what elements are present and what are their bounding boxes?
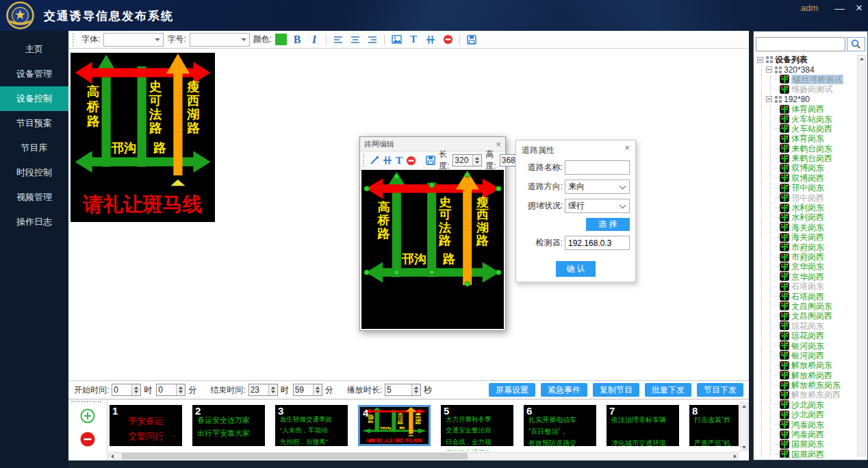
confirm-button[interactable]: 确 认 [556,261,596,277]
tree-root-device-list[interactable]: 设备列表 [756,55,856,64]
sidebar-item-3[interactable]: 节目预案 [0,111,68,136]
tree-device-1-29[interactable]: 解放桥东岗西 [756,390,856,399]
color-swatch[interactable] [275,34,287,45]
action-button-1[interactable]: 紧急事件 [541,383,587,397]
spinner-arrows[interactable] [411,384,420,395]
action-button-2[interactable]: 复制节目 [593,383,639,397]
toolbar-grip-handle[interactable] [73,34,76,46]
length-input[interactable] [453,155,472,166]
tree-device-1-0[interactable]: 体育岗西 [756,104,856,114]
tree-device-0-0[interactable]: 螺丝湾桥测试 [756,75,856,84]
tree-device-1-14[interactable]: 市府岗东 [756,242,856,251]
end-minute-spinner[interactable] [293,384,322,396]
tree-device-1-3[interactable]: 体育岗东 [756,134,856,143]
sidebar-item-1[interactable]: 设备管理 [0,62,68,86]
spinner-arrows[interactable] [268,384,277,395]
program-thumb-4[interactable]: 高桥路史可法路瘦西湖路邗沟路请礼让斑马线4 [358,405,431,446]
end-minute-input[interactable] [294,384,313,395]
detector-input[interactable] [565,236,630,250]
tree-device-1-19[interactable]: 石塔岗西 [756,291,856,301]
tree-device-1-26[interactable]: 解放桥岗东 [756,360,856,370]
search-input[interactable] [756,37,845,51]
end-hour-spinner[interactable] [248,384,278,396]
sidebar-item-4[interactable]: 节目库 [0,136,68,160]
sidebar-item-5[interactable]: 时段控制 [0,160,68,185]
tree-device-1-32[interactable]: 鸿泰岗东 [756,419,856,429]
tree-device-1-11[interactable]: 水利岗西 [756,212,856,222]
road-crossing-button[interactable] [383,153,392,167]
road-network-button[interactable] [424,33,437,47]
tree-device-1-27[interactable]: 解放桥岗西 [756,371,856,380]
program-thumb-6[interactable]: 扎实开展电动车“百日整治”，有效预防道路交通事故。6 [524,405,596,446]
spinner-arrows[interactable] [176,384,185,395]
tree-device-1-4[interactable]: 来鹤台岗东 [756,144,856,153]
length-spinner[interactable] [452,154,482,167]
tree-device-1-23[interactable]: 琼花岗西 [756,331,856,341]
text-tool-button[interactable]: T [407,33,420,47]
program-thumb-7[interactable]: 依法治理非标车辆 净化城市交通环境7 [607,405,679,446]
led-screen-preview[interactable]: 高桥路史可法路瘦西湖路邗沟路请礼让斑马线 [71,53,215,222]
delete-button[interactable] [441,33,455,47]
start-minute-spinner[interactable] [156,384,186,396]
drag-handle[interactable] [71,401,101,402]
tree-device-1-12[interactable]: 海关岗东 [756,223,856,232]
search-button[interactable] [847,37,865,51]
sidebar-item-7[interactable]: 操作日志 [0,210,68,234]
roadnet-close-icon[interactable]: × [496,139,501,149]
align-center-button[interactable] [348,33,362,47]
spin-down-icon[interactable] [475,161,479,164]
scroll-down-icon[interactable] [741,444,748,450]
program-thumb-3[interactable]: 发生轻微交通事故“人未伤，车能动先拍照，后撤离”3 [275,405,348,446]
spinner-arrows[interactable] [131,384,140,395]
tree-device-1-22[interactable]: 琼花岗东 [756,321,856,331]
delete-button[interactable] [406,153,416,167]
tree-device-1-1[interactable]: 火车站岗东 [756,114,856,123]
duration-spinner[interactable] [385,384,421,396]
scroll-up-icon[interactable] [741,403,748,409]
program-thumb-2[interactable]: 春运安全连万家出行平安靠大家2 [192,405,265,446]
scroll-left-icon[interactable] [109,453,115,459]
minimize-icon[interactable]: — [834,3,845,13]
tree-device-1-17[interactable]: 京华岗西 [756,272,856,282]
start-hour-input[interactable] [112,384,131,395]
tree-scrollbar[interactable] [857,55,866,456]
tree-device-1-35[interactable]: 国展岗西 [756,449,856,458]
align-left-button[interactable] [331,33,345,47]
tree-device-1-15[interactable]: 市府岗西 [756,252,856,262]
program-thumb-1[interactable]: 平安春运交警同行1 [110,405,182,446]
tree-device-1-7[interactable]: 双博岗西 [756,173,856,183]
text-tool-button[interactable]: T [396,153,403,167]
tree-device-1-30[interactable]: 沙北岗东 [756,400,856,410]
save-button[interactable] [465,33,478,47]
tree-collapse-icon[interactable] [757,57,763,63]
spinner-arrows[interactable] [313,384,322,395]
toolbar-grip-handle[interactable] [363,154,364,167]
draw-line-button[interactable] [370,153,379,167]
congestion-select[interactable]: 缓行 [565,199,630,213]
road-props-close-icon[interactable]: × [624,143,630,153]
insert-image-button[interactable] [390,33,403,47]
tree-group-0[interactable]: 320*384 [756,64,856,74]
scroll-right-icon[interactable] [732,453,738,459]
tree-device-1-5[interactable]: 来鹤台岗西 [756,153,856,163]
editor-canvas[interactable]: 高桥路史可法路瘦西湖路邗沟路请礼让斑马线 路网编辑 × T [68,49,749,380]
start-minute-input[interactable] [157,384,176,395]
save-button[interactable] [426,153,435,167]
tree-device-1-21[interactable]: 文昌阁岗西 [756,311,856,321]
duration-input[interactable] [385,384,411,395]
align-right-button[interactable] [366,33,379,47]
close-icon[interactable]: × [856,3,863,13]
size-select[interactable] [190,33,250,47]
horizontal-scrollbar[interactable] [108,452,739,460]
tree-device-1-10[interactable]: 水利岗东 [756,203,856,212]
program-thumb-8[interactable]: 打击改装“炸 严查严惩“机8 [689,405,739,446]
action-button-3[interactable]: 批量下发 [645,383,691,397]
sidebar-item-6[interactable]: 视频管理 [0,185,68,210]
tree-device-1-31[interactable]: 沙北岗西 [756,410,856,419]
remove-program-button[interactable] [80,432,95,447]
road-name-input[interactable] [565,160,630,175]
italic-button[interactable]: I [307,33,321,47]
tree-device-1-25[interactable]: 银河岗西 [756,351,856,360]
vertical-scrollbar[interactable] [740,402,748,451]
tree-device-1-6[interactable]: 双博岗东 [756,163,856,173]
